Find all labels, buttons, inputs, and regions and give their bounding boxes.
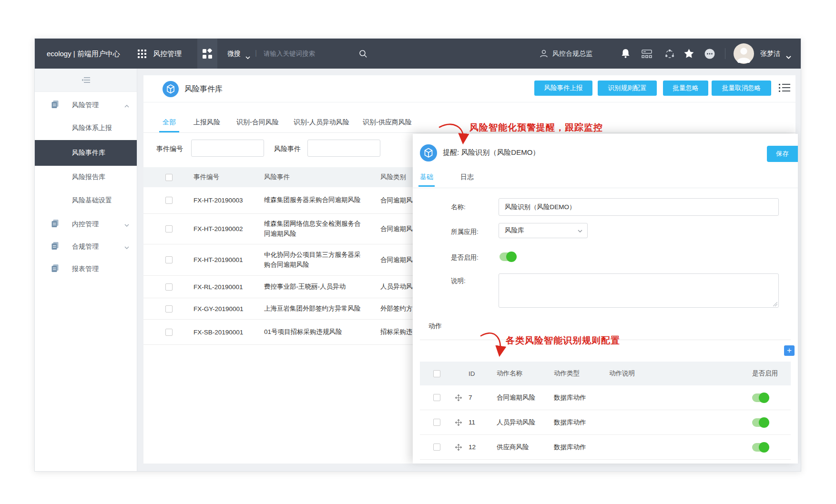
action-row[interactable]: 12 供应商风险 数据库动作 xyxy=(420,435,791,460)
chevron-down-icon xyxy=(578,230,582,232)
role-name[interactable]: 风控合规总监 xyxy=(552,39,592,69)
app-field-label: 所属应用: xyxy=(451,228,479,236)
save-button[interactable]: 保存 xyxy=(767,146,798,162)
more-options-icon[interactable] xyxy=(704,49,715,61)
row-checkbox[interactable] xyxy=(165,329,173,336)
list-view-icon[interactable] xyxy=(779,83,790,94)
action-table-header: ID 动作名称 动作类型 动作说明 是否启用 xyxy=(420,362,791,385)
user-name[interactable]: 张梦洁 xyxy=(760,39,780,69)
sidebar: 风险管理 风险体系上报 风险事件库 风险报告库 风险基础设置 内控管理 xyxy=(35,69,137,472)
search-input[interactable]: 请输入关键词搜索 xyxy=(264,39,315,69)
add-action-button[interactable]: + xyxy=(784,345,795,356)
search-engine-selector[interactable]: 微搜 xyxy=(227,39,241,69)
action-row[interactable]: 11 人员异动风险 数据库动作 xyxy=(420,410,791,435)
batch-unignore-button[interactable]: 批量取消忽略 xyxy=(712,81,771,96)
document-icon xyxy=(51,264,60,274)
workbench-icon[interactable] xyxy=(197,39,217,69)
search-icon[interactable] xyxy=(359,50,367,60)
document-icon xyxy=(51,100,60,111)
console-icon[interactable] xyxy=(642,50,652,60)
select-all-checkbox[interactable] xyxy=(165,174,173,181)
sidebar-item-risk-basic-settings[interactable]: 风险基础设置 xyxy=(35,188,137,213)
drag-handle-icon[interactable] xyxy=(455,394,469,401)
document-icon xyxy=(51,219,60,230)
row-checkbox[interactable] xyxy=(165,225,173,232)
favorite-star-icon[interactable] xyxy=(684,49,694,60)
app-select[interactable]: 风险库 xyxy=(499,223,588,238)
row-enabled-toggle[interactable] xyxy=(752,443,768,452)
annotation-note-monitoring: 风险智能化预警提醒，跟踪监控 xyxy=(469,121,603,134)
recognition-rule-config-button[interactable]: 识别规则配置 xyxy=(598,81,657,96)
sidebar-item-report-management[interactable]: 报表管理 xyxy=(35,258,137,280)
risk-event-filter-label: 风险事件 xyxy=(274,145,301,153)
user-chevron-down-icon[interactable] xyxy=(786,52,791,61)
page-header: 风险事件库 风险事件上报 识别规则配置 批量忽略 批量取消忽略 xyxy=(143,75,795,102)
role-person-icon[interactable] xyxy=(539,49,549,60)
row-enabled-toggle[interactable] xyxy=(752,418,768,427)
sidebar-item-risk-system-report[interactable]: 风险体系上报 xyxy=(35,116,137,140)
topbar-divider xyxy=(725,48,725,59)
report-risk-event-button[interactable]: 风险事件上报 xyxy=(534,81,592,96)
row-checkbox[interactable] xyxy=(165,256,173,263)
batch-ignore-button[interactable]: 批量忽略 xyxy=(663,81,708,96)
reminder-config-panel: 提醒: 风险识别（风险DEMO） 保存 基础 日志 名称: 所属应用: 风险库 … xyxy=(413,134,798,464)
chevron-down-icon[interactable] xyxy=(245,52,250,61)
sidebar-item-risk-management[interactable]: 风险管理 xyxy=(35,94,137,116)
action-table: ID 动作名称 动作类型 动作说明 是否启用 7 合同逾期风险 数据库动作 xyxy=(420,362,791,460)
drag-handle-icon[interactable] xyxy=(455,444,469,451)
risk-event-filter-input[interactable] xyxy=(307,140,380,157)
chevron-down-icon xyxy=(124,220,129,229)
row-checkbox[interactable] xyxy=(433,444,440,451)
top-navbar: ecology | 前端用户中心 风控管理 微搜 | 请输入关键词搜索 xyxy=(35,39,801,69)
event-no-filter-label: 事件编号 xyxy=(156,145,183,153)
panel-title: 提醒: 风险识别（风险DEMO） xyxy=(443,148,540,157)
desc-field-label: 说明: xyxy=(451,277,466,285)
sidebar-item-risk-event-library[interactable]: 风险事件库 xyxy=(35,140,137,166)
tab-contract-risk[interactable]: 识别-合同风险 xyxy=(236,118,279,127)
sidebar-item-compliance-management[interactable]: 合规管理 xyxy=(35,235,137,258)
collapse-menu-icon xyxy=(82,77,91,83)
brand-logo: ecology | 前端用户中心 xyxy=(47,39,120,69)
row-checkbox[interactable] xyxy=(433,419,440,426)
row-checkbox[interactable] xyxy=(165,197,173,204)
tab-basic[interactable]: 基础 xyxy=(420,173,433,181)
annotation-note-rules: 各类风险智能识别规则配置 xyxy=(506,334,620,347)
chevron-up-icon xyxy=(124,101,129,110)
resize-handle[interactable] xyxy=(773,302,777,306)
page-title: 风险事件库 xyxy=(184,75,223,102)
avatar[interactable] xyxy=(734,43,754,66)
select-all-checkbox[interactable] xyxy=(433,370,440,377)
row-checkbox[interactable] xyxy=(165,283,173,291)
row-enabled-toggle[interactable] xyxy=(752,393,768,402)
row-checkbox[interactable] xyxy=(165,305,173,312)
event-no-filter-input[interactable] xyxy=(191,140,264,157)
sidebar-collapse-button[interactable] xyxy=(35,69,137,92)
enabled-toggle[interactable] xyxy=(500,252,516,261)
chevron-down-icon xyxy=(124,242,129,251)
sidebar-item-risk-report-library[interactable]: 风险报告库 xyxy=(35,166,137,188)
tab-all[interactable]: 全部 xyxy=(163,118,176,127)
drag-handle-icon[interactable] xyxy=(455,419,469,426)
name-field[interactable] xyxy=(499,198,779,216)
action-section-label: 动作 xyxy=(428,322,442,331)
tab-log[interactable]: 日志 xyxy=(460,173,474,181)
tab-reported-risk[interactable]: 上报风险 xyxy=(194,118,220,127)
action-row[interactable]: 7 合同逾期风险 数据库动作 xyxy=(420,385,791,410)
tab-divider xyxy=(413,188,798,188)
app-grid-icon[interactable] xyxy=(138,50,146,60)
share-network-icon[interactable] xyxy=(665,49,674,60)
current-app-name[interactable]: 风控管理 xyxy=(153,39,182,69)
notification-bell-icon[interactable] xyxy=(621,49,630,60)
row-checkbox[interactable] xyxy=(433,394,440,401)
sidebar-item-internal-control[interactable]: 内控管理 xyxy=(35,213,137,235)
app-window: ecology | 前端用户中心 风控管理 微搜 | 请输入关键词搜索 xyxy=(34,38,801,472)
module-cube-icon xyxy=(163,81,179,99)
module-cube-icon xyxy=(420,144,437,163)
desc-textarea[interactable] xyxy=(499,273,779,308)
search-divider: | xyxy=(255,49,257,57)
document-icon xyxy=(51,242,60,252)
enabled-field-label: 是否启用: xyxy=(451,253,479,262)
name-field-label: 名称: xyxy=(451,203,466,212)
tab-personnel-risk[interactable]: 识别-人员异动风险 xyxy=(294,118,349,127)
tab-supplier-risk[interactable]: 识别-供应商风险 xyxy=(363,118,412,127)
